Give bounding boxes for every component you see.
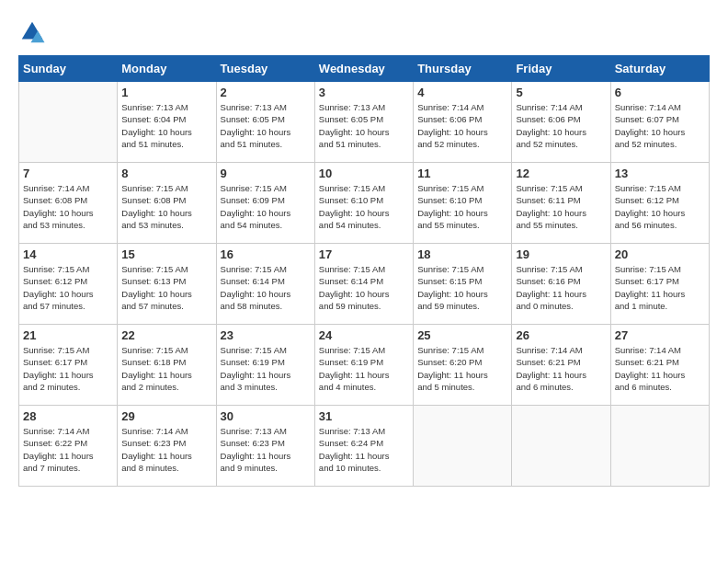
day-number: 6 [615,86,705,99]
day-number: 2 [221,86,311,99]
day-number: 23 [221,328,311,342]
day-info: Sunrise: 7:15 AM Sunset: 6:13 PM Dayligh… [121,263,211,312]
day-info: Sunrise: 7:13 AM Sunset: 6:05 PM Dayligh… [319,101,409,150]
day-number: 8 [121,167,211,180]
calendar-cell: 13Sunrise: 7:15 AM Sunset: 6:12 PM Dayli… [610,163,709,244]
day-number: 12 [516,167,606,180]
day-number: 15 [121,247,211,261]
day-number: 16 [221,247,311,261]
calendar-cell: 11Sunrise: 7:15 AM Sunset: 6:10 PM Dayli… [414,163,512,244]
calendar-cell: 8Sunrise: 7:15 AM Sunset: 6:08 PM Daylig… [118,163,216,244]
day-info: Sunrise: 7:15 AM Sunset: 6:17 PM Dayligh… [615,263,705,312]
header-day-tuesday: Tuesday [216,56,314,82]
week-row-1: 7Sunrise: 7:14 AM Sunset: 6:08 PM Daylig… [19,163,710,244]
header-row: SundayMondayTuesdayWednesdayThursdayFrid… [19,56,710,82]
page-container: SundayMondayTuesdayWednesdayThursdayFrid… [0,0,728,496]
day-number: 27 [615,328,705,342]
header-day-monday: Monday [118,56,216,82]
day-info: Sunrise: 7:14 AM Sunset: 6:06 PM Dayligh… [417,101,507,150]
day-info: Sunrise: 7:14 AM Sunset: 6:06 PM Dayligh… [516,101,606,150]
header-day-saturday: Saturday [610,56,709,82]
day-info: Sunrise: 7:15 AM Sunset: 6:09 PM Dayligh… [221,182,311,231]
calendar-table: SundayMondayTuesdayWednesdayThursdayFrid… [18,55,710,487]
calendar-body: 1Sunrise: 7:13 AM Sunset: 6:04 PM Daylig… [19,82,710,487]
day-number: 10 [319,167,409,180]
calendar-cell: 9Sunrise: 7:15 AM Sunset: 6:09 PM Daylig… [216,163,314,244]
calendar-cell: 5Sunrise: 7:14 AM Sunset: 6:06 PM Daylig… [512,82,610,163]
calendar-cell: 25Sunrise: 7:15 AM Sunset: 6:20 PM Dayli… [414,325,512,406]
day-info: Sunrise: 7:13 AM Sunset: 6:23 PM Dayligh… [221,425,311,474]
calendar-cell: 3Sunrise: 7:13 AM Sunset: 6:05 PM Daylig… [314,82,413,163]
calendar-cell [512,406,610,487]
header-day-sunday: Sunday [19,56,118,82]
day-number: 21 [23,328,113,342]
day-number: 9 [221,167,311,180]
day-info: Sunrise: 7:13 AM Sunset: 6:04 PM Dayligh… [121,101,211,150]
calendar-cell: 30Sunrise: 7:13 AM Sunset: 6:23 PM Dayli… [216,406,314,487]
calendar-cell: 22Sunrise: 7:15 AM Sunset: 6:18 PM Dayli… [118,325,216,406]
calendar-cell: 4Sunrise: 7:14 AM Sunset: 6:06 PM Daylig… [414,82,512,163]
day-info: Sunrise: 7:15 AM Sunset: 6:18 PM Dayligh… [121,344,211,393]
day-number: 28 [23,409,113,423]
logo-icon [18,18,46,46]
day-info: Sunrise: 7:14 AM Sunset: 6:21 PM Dayligh… [615,344,705,393]
calendar-cell: 16Sunrise: 7:15 AM Sunset: 6:14 PM Dayli… [216,244,314,325]
day-number: 30 [221,409,311,423]
header-day-friday: Friday [512,56,610,82]
day-number: 29 [121,409,211,423]
day-info: Sunrise: 7:15 AM Sunset: 6:14 PM Dayligh… [319,263,409,312]
day-number: 31 [319,409,409,423]
calendar-cell [19,82,118,163]
day-number: 19 [516,247,606,261]
calendar-cell: 1Sunrise: 7:13 AM Sunset: 6:04 PM Daylig… [118,82,216,163]
day-number: 17 [319,247,409,261]
calendar-cell: 27Sunrise: 7:14 AM Sunset: 6:21 PM Dayli… [610,325,709,406]
calendar-header: SundayMondayTuesdayWednesdayThursdayFrid… [19,56,710,82]
calendar-cell [414,406,512,487]
day-info: Sunrise: 7:15 AM Sunset: 6:14 PM Dayligh… [221,263,311,312]
day-info: Sunrise: 7:15 AM Sunset: 6:15 PM Dayligh… [417,263,507,312]
day-info: Sunrise: 7:15 AM Sunset: 6:12 PM Dayligh… [615,182,705,231]
day-info: Sunrise: 7:14 AM Sunset: 6:23 PM Dayligh… [121,425,211,474]
calendar-cell: 20Sunrise: 7:15 AM Sunset: 6:17 PM Dayli… [610,244,709,325]
day-info: Sunrise: 7:13 AM Sunset: 6:24 PM Dayligh… [319,425,409,474]
day-number: 22 [121,328,211,342]
day-info: Sunrise: 7:14 AM Sunset: 6:07 PM Dayligh… [615,101,705,150]
day-number: 5 [516,86,606,99]
logo [18,18,48,46]
day-info: Sunrise: 7:15 AM Sunset: 6:10 PM Dayligh… [417,182,507,231]
calendar-cell: 23Sunrise: 7:15 AM Sunset: 6:19 PM Dayli… [216,325,314,406]
week-row-3: 21Sunrise: 7:15 AM Sunset: 6:17 PM Dayli… [19,325,710,406]
day-info: Sunrise: 7:15 AM Sunset: 6:10 PM Dayligh… [319,182,409,231]
day-number: 20 [615,247,705,261]
day-number: 25 [417,328,507,342]
day-info: Sunrise: 7:15 AM Sunset: 6:19 PM Dayligh… [319,344,409,393]
day-info: Sunrise: 7:14 AM Sunset: 6:22 PM Dayligh… [23,425,113,474]
calendar-cell: 31Sunrise: 7:13 AM Sunset: 6:24 PM Dayli… [314,406,413,487]
calendar-cell: 17Sunrise: 7:15 AM Sunset: 6:14 PM Dayli… [314,244,413,325]
calendar-cell: 6Sunrise: 7:14 AM Sunset: 6:07 PM Daylig… [610,82,709,163]
day-number: 7 [23,167,113,180]
week-row-2: 14Sunrise: 7:15 AM Sunset: 6:12 PM Dayli… [19,244,710,325]
day-info: Sunrise: 7:15 AM Sunset: 6:16 PM Dayligh… [516,263,606,312]
day-info: Sunrise: 7:15 AM Sunset: 6:17 PM Dayligh… [23,344,113,393]
calendar-cell: 28Sunrise: 7:14 AM Sunset: 6:22 PM Dayli… [19,406,118,487]
day-number: 4 [417,86,507,99]
day-number: 11 [417,167,507,180]
day-info: Sunrise: 7:15 AM Sunset: 6:19 PM Dayligh… [221,344,311,393]
day-info: Sunrise: 7:15 AM Sunset: 6:12 PM Dayligh… [23,263,113,312]
header-day-thursday: Thursday [414,56,512,82]
day-number: 18 [417,247,507,261]
week-row-0: 1Sunrise: 7:13 AM Sunset: 6:04 PM Daylig… [19,82,710,163]
calendar-cell: 29Sunrise: 7:14 AM Sunset: 6:23 PM Dayli… [118,406,216,487]
calendar-cell: 15Sunrise: 7:15 AM Sunset: 6:13 PM Dayli… [118,244,216,325]
calendar-cell: 21Sunrise: 7:15 AM Sunset: 6:17 PM Dayli… [19,325,118,406]
day-number: 24 [319,328,409,342]
day-number: 26 [516,328,606,342]
header-day-wednesday: Wednesday [314,56,413,82]
header [18,18,710,46]
calendar-cell: 12Sunrise: 7:15 AM Sunset: 6:11 PM Dayli… [512,163,610,244]
calendar-cell: 19Sunrise: 7:15 AM Sunset: 6:16 PM Dayli… [512,244,610,325]
calendar-cell: 2Sunrise: 7:13 AM Sunset: 6:05 PM Daylig… [216,82,314,163]
calendar-cell: 26Sunrise: 7:14 AM Sunset: 6:21 PM Dayli… [512,325,610,406]
